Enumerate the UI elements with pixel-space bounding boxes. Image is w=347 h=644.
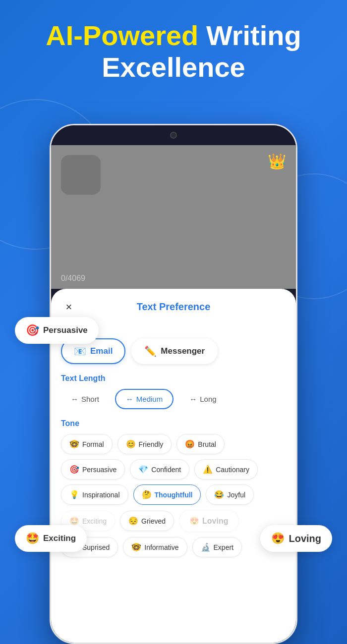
brutal-emoji: 😡 <box>185 439 195 449</box>
messenger-chip[interactable]: ✏️ Messenger <box>131 338 218 364</box>
loving-tone-label: Loving <box>202 517 228 526</box>
tone-grid: 🤓 Formal 😊 Friendly 😡 Brutal <box>61 434 286 557</box>
email-label: Email <box>90 346 113 356</box>
thoughtful-emoji: 🤔 <box>142 490 152 499</box>
loving-emoji: 😍 <box>271 532 285 545</box>
loving-tone-emoji: 😍 <box>189 516 199 526</box>
exciting-tone-label: Exciting <box>82 517 107 525</box>
cautionary-chip[interactable]: ⚠️ Cautionary <box>194 459 258 480</box>
persuasive-tone-label: Persuasive <box>82 466 116 474</box>
formal-chip[interactable]: 🤓 Formal <box>61 434 113 454</box>
thoughtful-label: Thoughtfull <box>155 491 193 499</box>
grieved-label: Grieved <box>141 517 166 525</box>
loving-label: Loving <box>289 533 321 544</box>
thoughtful-chip[interactable]: 🤔 Thoughtfull <box>133 484 201 505</box>
close-button[interactable]: × <box>61 299 77 315</box>
brutal-label: Brutal <box>198 440 216 448</box>
confident-label: Confident <box>151 466 181 474</box>
friendly-label: Friendly <box>139 440 164 448</box>
friendly-chip[interactable]: 😊 Friendly <box>117 434 172 454</box>
persuasive-label: Persuasive <box>43 325 88 335</box>
exciting-emoji: 🤩 <box>26 532 39 545</box>
surprised-label: Suprised <box>82 543 110 551</box>
informative-label: Informative <box>144 543 178 551</box>
expert-emoji: 🔬 <box>201 542 211 552</box>
inspirational-emoji: 💡 <box>69 490 79 499</box>
email-emoji: 📧 <box>74 345 86 357</box>
formal-emoji: 🤓 <box>69 439 79 449</box>
brutal-chip[interactable]: 😡 Brutal <box>176 434 225 454</box>
medium-emoji: ↔️ <box>126 395 133 403</box>
exciting-label: Exciting <box>43 534 76 543</box>
phone-frame: 👑 0/4069 × Text Preference Text Type 📧 E… <box>50 124 297 644</box>
tone-row-4: 🤩 Exciting 😔 Grieved 😍 Loving <box>61 510 286 532</box>
messenger-emoji: ✏️ <box>144 345 157 357</box>
char-count: 0/4069 <box>61 274 85 283</box>
sheet-title: Text Preference <box>137 301 211 313</box>
tone-row-5: 😮 Suprised 🤓 Informative 🔬 Expert <box>61 537 286 557</box>
persuasive-chip[interactable]: 🎯 Persuasive <box>61 459 125 480</box>
floating-persuasive-chip[interactable]: 🎯 Persuasive <box>15 317 99 344</box>
informative-emoji: 🤓 <box>131 542 141 552</box>
phone-wrapper: 👑 0/4069 × Text Preference Text Type 📧 E… <box>50 124 297 644</box>
loving-tone-chip[interactable]: 😍 Loving <box>179 510 238 532</box>
informative-chip[interactable]: 🤓 Informative <box>123 537 187 557</box>
app-screen: 👑 0/4069 <box>51 145 296 289</box>
grieved-chip[interactable]: 😔 Grieved <box>120 511 174 531</box>
cautionary-emoji: ⚠️ <box>203 465 213 474</box>
tone-row-1: 🤓 Formal 😊 Friendly 😡 Brutal <box>61 434 286 454</box>
inspirational-label: Inspirational <box>82 491 120 499</box>
floating-exciting-chip[interactable]: 🤩 Exciting <box>15 525 87 552</box>
short-label: Short <box>81 395 99 403</box>
long-chip[interactable]: ↔️ Long <box>179 390 226 408</box>
tone-row-2: 🎯 Persuasive 💎 Confident ⚠️ Cautionary <box>61 459 286 480</box>
phone-content: 👑 0/4069 × Text Preference Text Type 📧 E… <box>51 145 296 643</box>
inspirational-chip[interactable]: 💡 Inspirational <box>61 484 128 505</box>
joyful-emoji: 😂 <box>214 490 224 499</box>
long-emoji: ↔️ <box>189 395 197 403</box>
long-label: Long <box>200 395 216 403</box>
expert-chip[interactable]: 🔬 Expert <box>192 537 242 557</box>
text-length-label: Text Length <box>61 374 286 383</box>
phone-notch <box>51 125 296 145</box>
app-logo <box>61 155 101 195</box>
short-emoji: ↔️ <box>71 395 78 403</box>
header: AI-Powered WritingExcellence <box>0 20 347 84</box>
expert-label: Expert <box>214 543 233 551</box>
sheet-header: × Text Preference <box>61 301 286 313</box>
persuasive-emoji: 🎯 <box>26 324 39 337</box>
phone-camera <box>170 132 177 139</box>
short-chip[interactable]: ↔️ Short <box>61 390 109 408</box>
text-type-row: 📧 Email ✏️ Messenger <box>61 338 286 364</box>
formal-label: Formal <box>82 440 104 448</box>
messenger-label: Messenger <box>161 346 205 356</box>
exciting-tone-emoji: 🤩 <box>69 516 79 526</box>
medium-label: Medium <box>136 395 163 403</box>
tone-row-3: 💡 Inspirational 🤔 Thoughtfull 😂 Joyful <box>61 484 286 505</box>
text-length-row: ↔️ Short ↔️ Medium ↔️ Long <box>61 389 286 409</box>
tone-label: Tone <box>61 419 286 428</box>
friendly-emoji: 😊 <box>126 439 136 449</box>
medium-chip[interactable]: ↔️ Medium <box>115 389 174 409</box>
confident-emoji: 💎 <box>138 465 148 474</box>
grieved-emoji: 😔 <box>128 516 138 526</box>
cautionary-label: Cautionary <box>216 466 249 474</box>
header-title-yellow: AI-Powered <box>46 20 198 51</box>
joyful-chip[interactable]: 😂 Joyful <box>206 484 254 505</box>
crown-icon: 👑 <box>268 153 286 170</box>
persuasive-tone-emoji: 🎯 <box>69 465 79 474</box>
joyful-label: Joyful <box>227 491 245 499</box>
confident-chip[interactable]: 💎 Confident <box>130 459 189 480</box>
floating-loving-chip[interactable]: 😍 Loving <box>260 525 332 552</box>
